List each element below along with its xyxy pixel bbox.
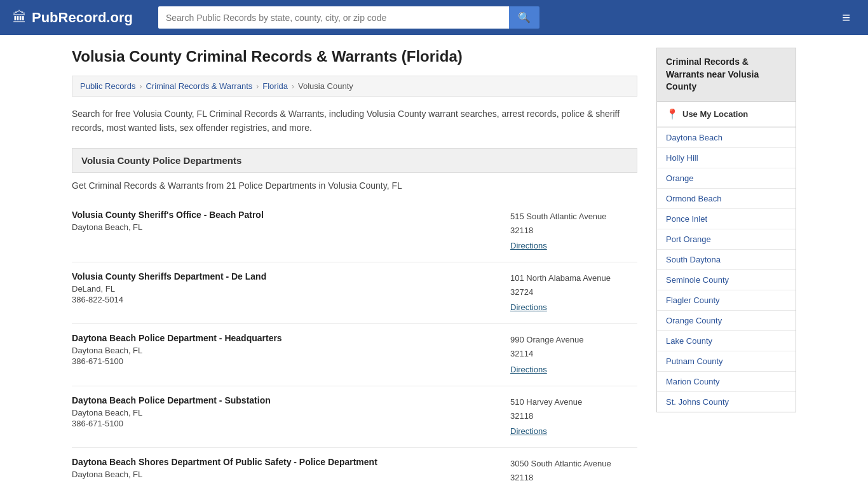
dept-info-3: Daytona Beach Police Department - Substa… [72,395,498,438]
sidebar-link-stjohns-county[interactable]: St. Johns County [657,392,796,412]
breadcrumb-sep-3: › [292,82,294,91]
menu-button[interactable]: ≡ [837,7,855,29]
breadcrumb-sep-1: › [139,82,142,91]
dept-addr-line1-1: 101 North Alabama Avenue [510,273,611,283]
page-title: Volusia County Criminal Records & Warran… [72,48,637,65]
use-location-label: Use My Location [682,109,748,119]
dept-info-1: Volusia County Sheriffs Department - De … [72,271,498,315]
dept-entry-2: Daytona Beach Police Department - Headqu… [72,324,637,386]
directions-link-0[interactable]: Directions [510,239,637,253]
logo[interactable]: 🏛 PubRecord.org [13,10,133,26]
directions-link-1[interactable]: Directions [510,301,637,315]
dept-addr-line1-0: 515 South Atlantic Avenue [510,212,607,221]
dept-address-1: 101 North Alabama Avenue 32724 Direction… [510,271,637,315]
dept-name-0: Volusia County Sheriff's Office - Beach … [72,210,498,220]
dept-location-2: Daytona Beach, FL [72,346,498,355]
dept-location-4: Daytona Beach, FL [72,470,498,479]
dept-zip-3: 32118 [510,411,533,421]
sidebar-item-port-orange[interactable]: Port Orange [657,229,796,250]
dept-name-1: Volusia County Sheriffs Department - De … [72,271,498,281]
hamburger-icon: ≡ [842,10,850,25]
dept-phone-2: 386-671-5100 [72,356,498,366]
search-button[interactable]: 🔍 [509,6,539,29]
breadcrumb-current: Volusia County [298,81,353,91]
logo-text: PubRecord.org [32,10,133,26]
sidebar-item-daytona-beach[interactable]: Daytona Beach [657,128,796,148]
search-input[interactable] [158,6,509,29]
dept-phone-1: 386-822-5014 [72,295,498,304]
dept-addr-line1-3: 510 Harvey Avenue [510,397,582,407]
dept-name-3: Daytona Beach Police Department - Substa… [72,395,498,405]
sidebar-item-holly-hill[interactable]: Holly Hill [657,148,796,168]
dept-location-0: Daytona Beach, FL [72,222,498,232]
dept-phone-3: 386-671-5100 [72,419,498,428]
search-bar: 🔍 [158,6,539,29]
breadcrumb-florida[interactable]: Florida [262,81,288,91]
sidebar: Criminal Records & Warrants near Volusia… [656,48,796,488]
sidebar-link-orange-county[interactable]: Orange County [657,311,796,330]
sidebar-item-flagler-county[interactable]: Flagler County [657,290,796,311]
breadcrumb-sep-2: › [256,82,259,91]
departments-list: Volusia County Sheriff's Office - Beach … [72,201,637,488]
dept-info-2: Daytona Beach Police Department - Headqu… [72,333,498,376]
section-header: Volusia County Police Departments [72,148,637,173]
sidebar-item-marion-county[interactable]: Marion County [657,372,796,392]
sidebar-link-port-orange[interactable]: Port Orange [657,229,796,249]
logo-icon: 🏛 [13,10,27,26]
dept-entry-1: Volusia County Sheriffs Department - De … [72,262,637,324]
sidebar-list: 📍 Use My Location Daytona Beach Holly Hi… [656,102,796,412]
section-description: Get Criminal Records & Warrants from 21 … [72,180,637,191]
dept-location-3: Daytona Beach, FL [72,408,498,417]
dept-zip-0: 32118 [510,226,533,235]
dept-addr-line1-2: 990 Orange Avenue [510,335,583,344]
sidebar-item-putnam-county[interactable]: Putnam County [657,351,796,372]
directions-link-2[interactable]: Directions [510,363,637,377]
sidebar-link-seminole-county[interactable]: Seminole County [657,270,796,290]
dept-zip-1: 32724 [510,287,533,297]
dept-address-2: 990 Orange Avenue 32114 Directions [510,333,637,376]
search-icon: 🔍 [518,12,531,23]
dept-entry-0: Volusia County Sheriff's Office - Beach … [72,201,637,262]
sidebar-link-flagler-county[interactable]: Flagler County [657,290,796,310]
main-container: Volusia County Criminal Records & Warran… [53,35,815,488]
sidebar-link-daytona-beach[interactable]: Daytona Beach [657,128,796,147]
sidebar-link-lake-county[interactable]: Lake County [657,331,796,351]
dept-zip-2: 32114 [510,349,533,358]
directions-link-3[interactable]: Directions [510,424,637,438]
dept-info-4: Daytona Beach Shores Department Of Publi… [72,457,498,485]
sidebar-link-ormond-beach[interactable]: Ormond Beach [657,189,796,208]
breadcrumb-criminal-records[interactable]: Criminal Records & Warrants [146,81,252,91]
dept-entry-3: Daytona Beach Police Department - Substa… [72,386,637,448]
sidebar-link-marion-county[interactable]: Marion County [657,372,796,391]
sidebar-item-orange-county[interactable]: Orange County [657,311,796,331]
sidebar-item-seminole-county[interactable]: Seminole County [657,270,796,290]
sidebar-link-south-daytona[interactable]: South Daytona [657,250,796,269]
dept-address-3: 510 Harvey Avenue 32118 Directions [510,395,637,438]
dept-name-4: Daytona Beach Shores Department Of Publi… [72,457,498,467]
sidebar-link-putnam-county[interactable]: Putnam County [657,351,796,371]
breadcrumb: Public Records › Criminal Records & Warr… [72,76,637,97]
dept-address-0: 515 South Atlantic Avenue 32118 Directio… [510,210,637,253]
sidebar-link-holly-hill[interactable]: Holly Hill [657,148,796,168]
breadcrumb-public-records[interactable]: Public Records [80,81,135,91]
sidebar-item-ormond-beach[interactable]: Ormond Beach [657,189,796,209]
sidebar-link-ponce-inlet[interactable]: Ponce Inlet [657,209,796,229]
sidebar-use-location[interactable]: 📍 Use My Location [657,102,796,128]
dept-zip-4: 32118 [510,473,533,482]
location-pin-icon: 📍 [666,108,679,120]
sidebar-link-orange[interactable]: Orange [657,168,796,188]
sidebar-item-stjohns-county[interactable]: St. Johns County [657,392,796,412]
sidebar-item-lake-county[interactable]: Lake County [657,331,796,351]
content-area: Volusia County Criminal Records & Warran… [72,48,637,488]
sidebar-item-orange[interactable]: Orange [657,168,796,189]
sidebar-item-ponce-inlet[interactable]: Ponce Inlet [657,209,796,229]
dept-name-2: Daytona Beach Police Department - Headqu… [72,333,498,343]
page-description: Search for free Volusia County, FL Crimi… [72,107,637,135]
dept-address-4: 3050 South Atlantic Avenue 32118 [510,457,637,485]
sidebar-item-south-daytona[interactable]: South Daytona [657,250,796,270]
sidebar-header: Criminal Records & Warrants near Volusia… [656,48,796,102]
dept-info-0: Volusia County Sheriff's Office - Beach … [72,210,498,253]
dept-location-1: DeLand, FL [72,284,498,294]
site-header: 🏛 PubRecord.org 🔍 ≡ [0,0,868,35]
dept-entry-4: Daytona Beach Shores Department Of Publi… [72,448,637,488]
